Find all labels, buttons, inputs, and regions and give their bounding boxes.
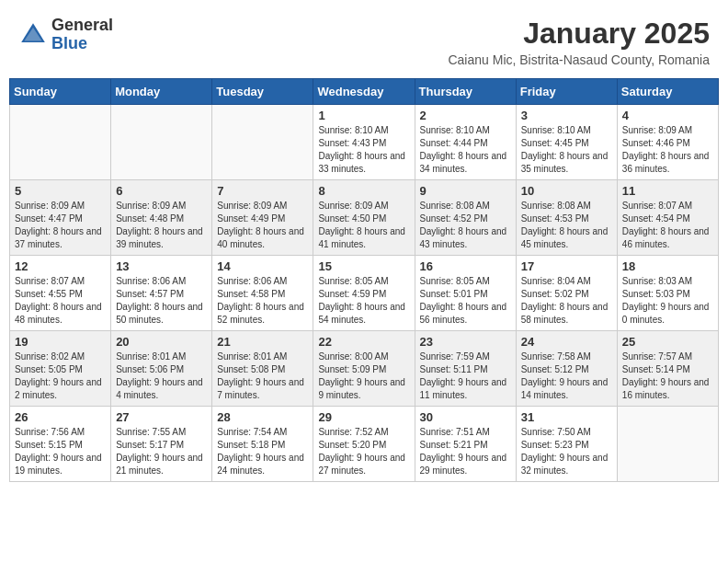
day-number: 26 (15, 410, 106, 424)
calendar-cell: 1Sunrise: 8:10 AM Sunset: 4:43 PM Daylig… (313, 105, 415, 180)
day-number: 8 (318, 184, 409, 198)
calendar-cell: 12Sunrise: 8:07 AM Sunset: 4:55 PM Dayli… (10, 256, 111, 331)
logo: General Blue (18, 17, 113, 53)
day-number: 30 (420, 410, 511, 424)
calendar-cell: 21Sunrise: 8:01 AM Sunset: 5:08 PM Dayli… (212, 331, 313, 407)
calendar-week-4: 19Sunrise: 8:02 AM Sunset: 5:05 PM Dayli… (10, 331, 719, 407)
calendar-cell: 7Sunrise: 8:09 AM Sunset: 4:49 PM Daylig… (212, 180, 313, 256)
calendar-cell: 26Sunrise: 7:56 AM Sunset: 5:15 PM Dayli… (10, 407, 111, 482)
day-info: Sunrise: 8:05 AM Sunset: 5:01 PM Dayligh… (420, 275, 511, 327)
day-number: 22 (318, 335, 409, 349)
day-number: 17 (521, 259, 612, 273)
day-number: 19 (15, 335, 106, 349)
weekday-header-thursday: Thursday (415, 79, 516, 105)
day-info: Sunrise: 8:07 AM Sunset: 4:55 PM Dayligh… (15, 275, 106, 327)
calendar-cell: 19Sunrise: 8:02 AM Sunset: 5:05 PM Dayli… (10, 331, 111, 407)
calendar: SundayMondayTuesdayWednesdayThursdayFrid… (9, 78, 719, 482)
day-number: 15 (318, 259, 409, 273)
day-number: 3 (521, 109, 612, 122)
day-info: Sunrise: 7:51 AM Sunset: 5:21 PM Dayligh… (420, 426, 511, 477)
day-number: 31 (521, 410, 612, 424)
day-info: Sunrise: 8:06 AM Sunset: 4:57 PM Dayligh… (116, 275, 207, 327)
day-info: Sunrise: 7:50 AM Sunset: 5:23 PM Dayligh… (521, 426, 612, 477)
calendar-cell: 31Sunrise: 7:50 AM Sunset: 5:23 PM Dayli… (516, 407, 617, 482)
day-number: 29 (318, 410, 409, 424)
day-info: Sunrise: 8:08 AM Sunset: 4:52 PM Dayligh… (420, 200, 511, 251)
calendar-cell: 13Sunrise: 8:06 AM Sunset: 4:57 PM Dayli… (111, 256, 212, 331)
day-info: Sunrise: 8:02 AM Sunset: 5:05 PM Dayligh… (15, 350, 106, 402)
calendar-cell: 11Sunrise: 8:07 AM Sunset: 4:54 PM Dayli… (617, 180, 718, 256)
day-info: Sunrise: 8:10 AM Sunset: 4:43 PM Dayligh… (318, 124, 409, 176)
day-info: Sunrise: 8:09 AM Sunset: 4:50 PM Dayligh… (318, 200, 409, 251)
day-number: 10 (521, 184, 612, 198)
day-info: Sunrise: 8:08 AM Sunset: 4:53 PM Dayligh… (521, 200, 612, 251)
day-info: Sunrise: 7:59 AM Sunset: 5:11 PM Dayligh… (420, 350, 511, 402)
calendar-cell: 14Sunrise: 8:06 AM Sunset: 4:58 PM Dayli… (212, 256, 313, 331)
calendar-cell: 4Sunrise: 8:09 AM Sunset: 4:46 PM Daylig… (617, 105, 718, 180)
weekday-header-tuesday: Tuesday (212, 79, 313, 105)
day-info: Sunrise: 8:09 AM Sunset: 4:47 PM Dayligh… (15, 200, 106, 251)
day-info: Sunrise: 8:07 AM Sunset: 4:54 PM Dayligh… (622, 200, 713, 251)
calendar-cell: 6Sunrise: 8:09 AM Sunset: 4:48 PM Daylig… (111, 180, 212, 256)
logo-icon (18, 20, 48, 50)
calendar-cell: 30Sunrise: 7:51 AM Sunset: 5:21 PM Dayli… (415, 407, 516, 482)
day-info: Sunrise: 7:55 AM Sunset: 5:17 PM Dayligh… (116, 426, 207, 477)
calendar-cell: 5Sunrise: 8:09 AM Sunset: 4:47 PM Daylig… (10, 180, 111, 256)
day-number: 25 (622, 335, 713, 349)
calendar-cell: 25Sunrise: 7:57 AM Sunset: 5:14 PM Dayli… (617, 331, 718, 407)
calendar-cell: 9Sunrise: 8:08 AM Sunset: 4:52 PM Daylig… (415, 180, 516, 256)
month-title: January 2025 (448, 17, 710, 51)
day-number: 28 (217, 410, 308, 424)
day-number: 20 (116, 335, 207, 349)
day-number: 16 (420, 259, 511, 273)
day-info: Sunrise: 8:04 AM Sunset: 5:02 PM Dayligh… (521, 275, 612, 327)
calendar-week-3: 12Sunrise: 8:07 AM Sunset: 4:55 PM Dayli… (10, 256, 719, 331)
day-info: Sunrise: 7:57 AM Sunset: 5:14 PM Dayligh… (622, 350, 713, 402)
calendar-cell: 18Sunrise: 8:03 AM Sunset: 5:03 PM Dayli… (617, 256, 718, 331)
weekday-header-row: SundayMondayTuesdayWednesdayThursdayFrid… (10, 79, 719, 105)
calendar-cell: 20Sunrise: 8:01 AM Sunset: 5:06 PM Dayli… (111, 331, 212, 407)
calendar-cell: 3Sunrise: 8:10 AM Sunset: 4:45 PM Daylig… (516, 105, 617, 180)
day-number: 11 (622, 184, 713, 198)
day-number: 23 (420, 335, 511, 349)
title-block: January 2025 Caianu Mic, Bistrita-Nasaud… (448, 17, 710, 67)
day-number: 24 (521, 335, 612, 349)
day-number: 18 (622, 259, 713, 273)
day-number: 4 (622, 109, 713, 122)
day-info: Sunrise: 8:03 AM Sunset: 5:03 PM Dayligh… (622, 275, 713, 327)
day-info: Sunrise: 8:05 AM Sunset: 4:59 PM Dayligh… (318, 275, 409, 327)
day-info: Sunrise: 8:09 AM Sunset: 4:48 PM Dayligh… (116, 200, 207, 251)
day-number: 12 (15, 259, 106, 273)
day-info: Sunrise: 7:52 AM Sunset: 5:20 PM Dayligh… (318, 426, 409, 477)
weekday-header-friday: Friday (516, 79, 617, 105)
day-info: Sunrise: 7:54 AM Sunset: 5:18 PM Dayligh… (217, 426, 308, 477)
calendar-cell: 15Sunrise: 8:05 AM Sunset: 4:59 PM Dayli… (313, 256, 415, 331)
page-header: General Blue January 2025 Caianu Mic, Bi… (9, 9, 719, 71)
calendar-cell: 28Sunrise: 7:54 AM Sunset: 5:18 PM Dayli… (212, 407, 313, 482)
calendar-cell (111, 105, 212, 180)
day-number: 2 (420, 109, 511, 122)
day-info: Sunrise: 8:01 AM Sunset: 5:06 PM Dayligh… (116, 350, 207, 402)
calendar-week-1: 1Sunrise: 8:10 AM Sunset: 4:43 PM Daylig… (10, 105, 719, 180)
calendar-week-2: 5Sunrise: 8:09 AM Sunset: 4:47 PM Daylig… (10, 180, 719, 256)
logo-blue: Blue (51, 35, 113, 53)
calendar-cell: 16Sunrise: 8:05 AM Sunset: 5:01 PM Dayli… (415, 256, 516, 331)
day-number: 13 (116, 259, 207, 273)
weekday-header-sunday: Sunday (10, 79, 111, 105)
logo-text: General Blue (51, 17, 113, 53)
day-info: Sunrise: 8:00 AM Sunset: 5:09 PM Dayligh… (318, 350, 409, 402)
weekday-header-wednesday: Wednesday (313, 79, 415, 105)
day-info: Sunrise: 8:09 AM Sunset: 4:49 PM Dayligh… (217, 200, 308, 251)
day-info: Sunrise: 8:09 AM Sunset: 4:46 PM Dayligh… (622, 124, 713, 176)
calendar-cell: 22Sunrise: 8:00 AM Sunset: 5:09 PM Dayli… (313, 331, 415, 407)
day-number: 1 (318, 109, 409, 122)
calendar-cell: 27Sunrise: 7:55 AM Sunset: 5:17 PM Dayli… (111, 407, 212, 482)
calendar-cell (10, 105, 111, 180)
weekday-header-monday: Monday (111, 79, 212, 105)
day-number: 7 (217, 184, 308, 198)
day-info: Sunrise: 8:10 AM Sunset: 4:44 PM Dayligh… (420, 124, 511, 176)
day-number: 27 (116, 410, 207, 424)
day-info: Sunrise: 8:01 AM Sunset: 5:08 PM Dayligh… (217, 350, 308, 402)
day-info: Sunrise: 7:58 AM Sunset: 5:12 PM Dayligh… (521, 350, 612, 402)
day-number: 14 (217, 259, 308, 273)
